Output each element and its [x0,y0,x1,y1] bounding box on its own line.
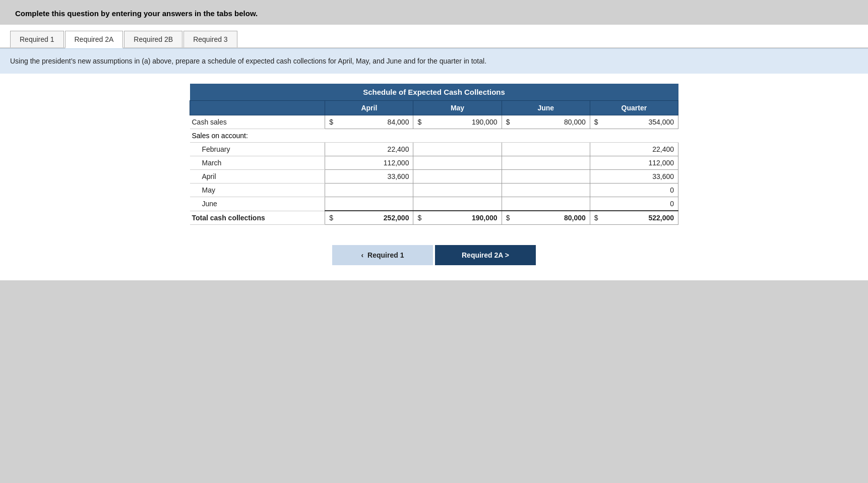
col-header-row: April May June Quarter [190,101,678,115]
value-cell[interactable]: 354,000 [602,115,678,129]
table-row: March112,000112,000 [190,156,678,170]
value-cell [514,197,590,211]
dollar-sign: $ [325,115,337,129]
top-banner: Complete this question by entering your … [0,0,868,25]
dollar-sign: $ [502,115,514,129]
dollar-sign [590,143,602,156]
col-header-label [190,101,325,115]
row-label: Total cash collections [190,211,325,225]
value-cell[interactable]: 252,000 [337,211,413,225]
value-cell [514,184,590,197]
dollar-sign: $ [325,211,337,225]
dollar-sign [502,156,514,170]
col-header-june: June [502,101,590,115]
dollar-sign [502,197,514,211]
value-cell [425,170,502,184]
instructions: Using the president’s new assumptions in… [0,48,868,74]
dollar-sign [325,156,337,170]
col-header-quarter: Quarter [590,101,678,115]
value-cell[interactable]: 22,400 [337,143,413,156]
table-row: Cash sales$84,000$190,000$80,000$354,000 [190,115,678,129]
forward-button[interactable]: Required 2A > [435,245,536,265]
dollar-sign [590,184,602,197]
col-header-may: May [413,101,502,115]
dollar-sign [502,184,514,197]
table-row: April33,60033,600 [190,170,678,184]
dollar-sign [502,143,514,156]
dollar-sign: $ [502,211,514,225]
row-label: June [190,197,325,211]
value-cell [337,184,413,197]
dollar-sign [502,170,514,184]
tabs-row: Required 1 Required 2A Required 2B Requi… [0,25,868,48]
main-content: Required 1 Required 2A Required 2B Requi… [0,25,868,280]
value-cell[interactable]: 0 [602,197,678,211]
dollar-sign [413,197,425,211]
back-button[interactable]: ‹ Required 1 [332,245,433,265]
table-row: Total cash collections$252,000$190,000$8… [190,211,678,225]
dollar-sign [413,170,425,184]
section-header-label: Sales on account: [190,129,678,143]
banner-text: Complete this question by entering your … [15,9,258,18]
value-cell [425,197,502,211]
value-cell [425,143,502,156]
dollar-sign: $ [590,211,602,225]
dollar-sign [590,156,602,170]
row-label: March [190,156,325,170]
col-header-april: April [325,101,413,115]
table-section: Schedule of Expected Cash Collections Ap… [0,74,868,240]
dollar-sign [325,184,337,197]
tab-required3[interactable]: Required 3 [183,31,237,47]
table-row: June0 [190,197,678,211]
dollar-sign [413,184,425,197]
row-label: February [190,143,325,156]
row-label: Cash sales [190,115,325,129]
value-cell[interactable]: 0 [602,184,678,197]
value-cell [425,156,502,170]
table-row: May0 [190,184,678,197]
table-title-row: Schedule of Expected Cash Collections [190,84,678,101]
dollar-sign: $ [413,211,425,225]
table-row: February22,40022,400 [190,143,678,156]
dollar-sign: $ [590,115,602,129]
dollar-sign [590,170,602,184]
tab-required2a[interactable]: Required 2A [65,31,123,48]
row-label: May [190,184,325,197]
tab-required1[interactable]: Required 1 [10,31,64,47]
value-cell [514,170,590,184]
cash-collections-table: Schedule of Expected Cash Collections Ap… [190,84,678,225]
value-cell[interactable]: 112,000 [337,156,413,170]
back-label: Required 1 [367,251,404,259]
row-label: April [190,170,325,184]
value-cell [425,184,502,197]
value-cell[interactable]: 22,400 [602,143,678,156]
dollar-sign: $ [413,115,425,129]
value-cell[interactable]: 190,000 [425,115,502,129]
dollar-sign [325,197,337,211]
value-cell [514,156,590,170]
dollar-sign [325,170,337,184]
value-cell[interactable]: 190,000 [425,211,502,225]
value-cell[interactable]: 522,000 [602,211,678,225]
value-cell[interactable]: 80,000 [514,115,590,129]
dollar-sign [325,143,337,156]
dollar-sign [413,143,425,156]
forward-label: Required 2A > [462,251,509,259]
back-icon: ‹ [361,251,364,259]
nav-buttons: ‹ Required 1 Required 2A > [0,240,868,280]
value-cell[interactable]: 33,600 [602,170,678,184]
value-cell [514,143,590,156]
dollar-sign [413,156,425,170]
value-cell [337,197,413,211]
value-cell[interactable]: 112,000 [602,156,678,170]
dollar-sign [590,197,602,211]
table-title: Schedule of Expected Cash Collections [190,84,678,101]
value-cell[interactable]: 84,000 [337,115,413,129]
tab-required2b[interactable]: Required 2B [124,31,182,47]
value-cell[interactable]: 33,600 [337,170,413,184]
value-cell[interactable]: 80,000 [514,211,590,225]
table-row: Sales on account: [190,129,678,143]
